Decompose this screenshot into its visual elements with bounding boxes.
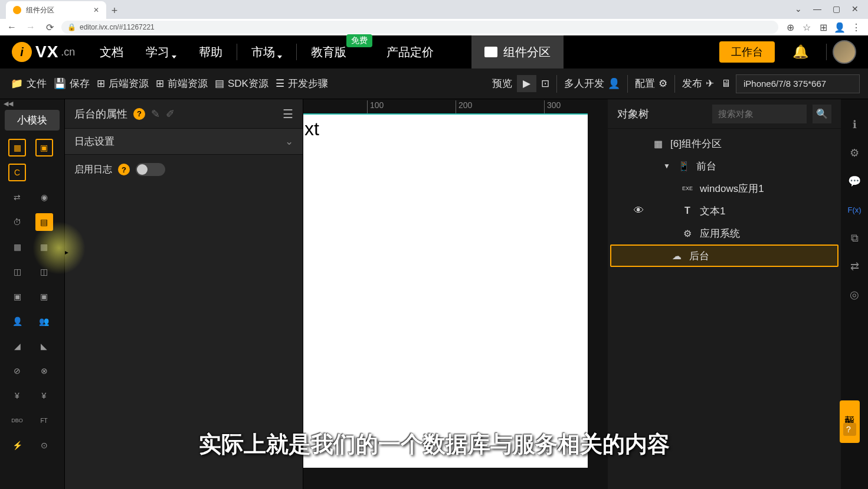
forward-button[interactable]: → (24, 20, 38, 34)
sdk-resources[interactable]: ▤SDK资源 (212, 77, 271, 90)
info-icon[interactable]: ℹ (847, 117, 862, 132)
tab-close-icon[interactable]: ✕ (93, 6, 99, 14)
multi-dev[interactable]: 多人开发👤 (562, 77, 623, 90)
component-icon[interactable]: ⊙ (35, 436, 53, 454)
component-icon[interactable]: ▦ (35, 238, 53, 256)
nav-edu[interactable]: 教育版 免费 (303, 35, 355, 69)
file-menu[interactable]: 📁文件 (8, 77, 49, 90)
swap-icon[interactable]: ⇄ (847, 259, 862, 274)
tree-node-winapp[interactable]: EXE windows应用1 (610, 177, 838, 200)
component-icon[interactable]: 👥 (35, 312, 53, 330)
help-icon[interactable]: ? (133, 108, 145, 120)
component-icon[interactable]: 👤 (8, 312, 26, 330)
search-icon[interactable]: 🔍 (813, 105, 831, 123)
component-icon[interactable]: ⊗ (35, 362, 53, 380)
settings-icon[interactable]: ⚙ (847, 145, 862, 161)
props-section-log[interactable]: 日志设置 ⌄ (65, 129, 303, 155)
chat-icon[interactable]: 💬 (847, 174, 862, 189)
tree-search-input[interactable] (712, 105, 807, 123)
copy-icon[interactable]: ⧉ (847, 230, 862, 246)
component-icon[interactable]: ▦ (8, 139, 26, 157)
component-icon[interactable]: C (8, 164, 26, 181)
edit-icon[interactable]: ✎ (151, 107, 160, 120)
publish-button[interactable]: 发布✈ (680, 77, 716, 90)
ruler-horizontal: 100 200 300 (303, 99, 608, 113)
nav-market[interactable]: 市场 (243, 35, 290, 69)
help-q-icon: ? (843, 423, 856, 436)
component-icon[interactable]: DBO (8, 412, 26, 429)
reload-button[interactable]: ⟳ (42, 20, 57, 34)
workspace-button[interactable]: 工作台 (719, 41, 775, 63)
component-icon[interactable]: ◢ (8, 337, 26, 355)
component-icon[interactable]: ⇄ (8, 188, 26, 206)
visibility-icon[interactable]: 👁 (634, 205, 646, 217)
play-button[interactable]: ▶ (517, 75, 536, 92)
component-icon[interactable]: ⏱ (8, 213, 26, 231)
window-minimize[interactable]: — (809, 2, 826, 15)
config-button[interactable]: 配置⚙ (633, 77, 670, 90)
help-icon[interactable]: ? (118, 164, 130, 175)
address-bar[interactable]: 🔒 editor.ivx.cn/#11267221 (61, 21, 778, 34)
share-icon[interactable]: ☆ (800, 20, 814, 34)
toggle-knob (137, 164, 148, 175)
fx-icon[interactable]: F(x) (847, 202, 862, 217)
component-icon[interactable]: ◣ (35, 337, 53, 355)
menu-icon[interactable]: ⋮ (849, 20, 863, 34)
profile-icon[interactable]: 👤 (833, 20, 847, 34)
canvas-text-element[interactable]: xt (304, 118, 319, 140)
zoom-icon[interactable]: ⊕ (783, 20, 797, 34)
nav-pricing[interactable]: 产品定价 (378, 35, 442, 69)
save-button[interactable]: 💾保存 (51, 77, 92, 90)
device-selector[interactable]: iPhone6/7/8 375*667 (736, 74, 860, 93)
active-project-tab[interactable]: 组件分区 (471, 35, 564, 69)
component-icon[interactable]: ◉ (35, 188, 53, 206)
edit2-icon[interactable]: ✐ (166, 107, 175, 120)
window-close[interactable]: ✕ (847, 2, 863, 15)
browser-tab[interactable]: 组件分区 ✕ (6, 1, 106, 19)
target-icon[interactable]: ◎ (847, 287, 862, 302)
preview-button[interactable]: 预览 (490, 77, 515, 90)
avatar[interactable] (833, 40, 856, 64)
nav-learn[interactable]: 学习 (137, 35, 185, 69)
nav-docs[interactable]: 文档 (91, 35, 132, 69)
tree-node-appsys[interactable]: ⚙ 应用系统 (610, 222, 838, 244)
component-icon[interactable]: ▣ (35, 139, 53, 157)
bell-icon[interactable]: 🔔 (792, 44, 808, 60)
nav-help[interactable]: 帮助 (191, 35, 231, 69)
qr-button[interactable]: ⊡ (539, 77, 552, 90)
canvas-page[interactable]: xt (303, 113, 588, 468)
extension-icon[interactable]: ⊞ (816, 20, 830, 34)
rail-tab-modules[interactable]: 小模块 (5, 110, 60, 131)
hamburger-icon[interactable]: ☰ (283, 107, 293, 121)
enable-log-label: 启用日志 (74, 164, 112, 176)
help-center-button[interactable]: 帮助中心 ? (840, 400, 860, 443)
dev-steps[interactable]: ☰开发步骤 (273, 77, 330, 90)
back-button[interactable]: ← (5, 20, 19, 34)
component-icon[interactable]: ▤ (35, 213, 53, 231)
window-dropdown[interactable]: ⌄ (790, 2, 807, 15)
tree-node-root[interactable]: ▦ [6]组件分区 (610, 132, 838, 155)
device-icon[interactable]: 🖥 (719, 78, 733, 90)
frontend-resources[interactable]: ⊞前端资源 (153, 77, 210, 90)
component-icon[interactable]: FT (35, 412, 53, 429)
component-icon[interactable]: ◫ (8, 263, 26, 281)
tree-node-back[interactable]: ☁ 后台 (610, 244, 838, 267)
caret-down-icon[interactable]: ▼ (663, 162, 672, 170)
component-icon[interactable]: ▣ (8, 288, 26, 305)
tree-node-front[interactable]: ▼ 📱 前台 (610, 155, 838, 177)
component-icon[interactable]: ¥ (8, 387, 26, 405)
window-maximize[interactable]: ▢ (828, 2, 844, 15)
backend-resources[interactable]: ⊞后端资源 (94, 77, 151, 90)
collapse-handle[interactable]: ◀◀ (0, 99, 64, 107)
component-icon[interactable]: ⚡ (8, 436, 26, 454)
tree-node-text1[interactable]: 👁 T 文本1 (610, 200, 838, 222)
component-rail: ◀◀ 小模块 ▸ ▦ ▣ C ⇄ ◉ ⏱ ▤ ▦ ▦ ◫ ◫ (0, 99, 65, 489)
enable-log-toggle[interactable] (136, 163, 165, 176)
logo[interactable]: i VX .cn (12, 42, 75, 62)
component-icon[interactable]: ◫ (35, 263, 53, 281)
component-icon[interactable]: ¥ (35, 387, 53, 405)
component-icon[interactable]: ▦ (8, 238, 26, 256)
new-tab-button[interactable]: + (106, 2, 123, 19)
component-icon[interactable]: ▣ (35, 288, 53, 305)
component-icon[interactable]: ⊘ (8, 362, 26, 380)
